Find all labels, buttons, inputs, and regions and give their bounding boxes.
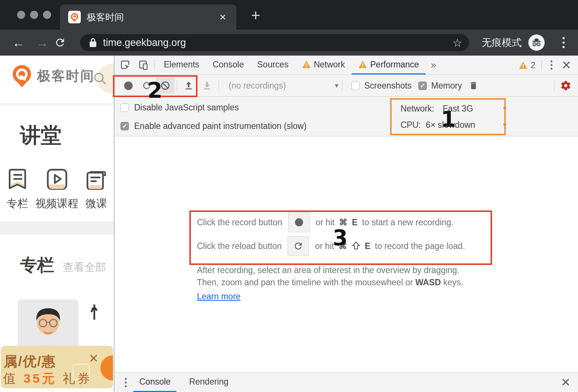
drawer-close-icon[interactable]: ✕ — [553, 375, 578, 389]
truncated-text: 忄 — [90, 302, 105, 323]
close-window-icon[interactable] — [17, 11, 25, 19]
chevron-down-icon: ▾ — [335, 82, 338, 90]
performance-landing: Click the record button or hit ⌘ E to st… — [114, 136, 578, 372]
learn-more-link[interactable]: Learn more — [197, 292, 241, 302]
reload-instruction-text: Click the reload button — [197, 241, 282, 251]
incognito-label: 无痕模式 — [482, 36, 522, 49]
chevron-down-icon: ▾ — [503, 121, 506, 129]
zoom-pan-text: Then, zoom and pan the timeline with the… — [197, 276, 496, 289]
logo-text: 极客时间 — [37, 67, 95, 85]
reload-icon[interactable] — [54, 37, 78, 49]
browser-menu-icon[interactable] — [557, 37, 570, 48]
paint-instrumentation-checkbox[interactable]: ✓ — [120, 122, 129, 130]
tab-close-icon[interactable]: × — [217, 11, 228, 23]
bookmark-icon — [6, 167, 29, 191]
disable-js-checkbox[interactable] — [120, 103, 129, 112]
instruction-text: Then, zoom and pan the timeline with the… — [197, 278, 413, 287]
nav-label[interactable]: 视频课程 — [36, 196, 79, 211]
load-profile-button[interactable] — [179, 77, 198, 94]
forward-icon[interactable]: → — [30, 36, 54, 50]
cmd-key-icon: ⌘ — [339, 241, 347, 251]
performance-toolbar: (no recordings) ▾ Screenshots ✓ Memory — [114, 75, 578, 97]
nav-label[interactable]: 微课 — [86, 196, 107, 211]
search-icon[interactable] — [93, 71, 107, 86]
reload-and-record-button[interactable] — [137, 77, 156, 94]
drawer-menu-icon[interactable] — [118, 378, 133, 387]
tab-label: Network — [314, 60, 345, 70]
view-all-link[interactable]: 查看全部 — [63, 260, 106, 275]
promo-amount: 35元 — [23, 371, 57, 385]
cpu-value: 6× slowdown — [426, 120, 475, 130]
tab-network[interactable]: Network — [295, 56, 352, 74]
divider — [541, 60, 542, 70]
author-photo[interactable] — [18, 299, 79, 353]
geekbang-logo[interactable]: 极客时间 — [10, 64, 95, 88]
nav-item-micro[interactable]: 微课 — [85, 167, 108, 211]
garbage-collect-icon[interactable] — [464, 77, 483, 94]
shift-key-icon — [352, 241, 361, 251]
browser-tab[interactable]: 极客时间 × — [60, 4, 236, 30]
screenshots-checkbox[interactable] — [351, 82, 360, 90]
more-tabs-icon[interactable]: » — [426, 59, 441, 71]
site-favicon-icon — [68, 11, 81, 23]
recordings-placeholder: (no recordings) — [229, 81, 286, 91]
record-button[interactable] — [119, 77, 137, 94]
promo-close-icon[interactable]: × — [89, 349, 98, 367]
clear-button[interactable] — [156, 77, 175, 94]
inspect-element-icon[interactable] — [117, 56, 134, 74]
browser-window: 极客时间 × + ← → time.geekbang.org ☆ 无痕模式 — [0, 0, 578, 392]
memory-label: Memory — [431, 81, 462, 91]
e-key: E — [365, 241, 371, 251]
nav-label[interactable]: 专栏 — [7, 196, 28, 211]
nav-item-column[interactable]: 专栏 — [6, 167, 29, 211]
divider — [342, 80, 342, 91]
window-controls[interactable] — [17, 11, 51, 19]
wasd-keys: WASD — [415, 278, 441, 287]
screenshots-toggle[interactable]: Screenshots — [351, 81, 412, 91]
device-toolbar-icon[interactable] — [134, 56, 152, 74]
throttling-controls: Network: Fast 3G ▾ CPU: 6× slowdown ▾ — [401, 100, 506, 133]
instruction-text: to record the page load. — [375, 241, 465, 251]
address-bar[interactable]: time.geekbang.org ☆ — [80, 34, 469, 51]
save-profile-button[interactable] — [198, 77, 216, 94]
divider — [554, 80, 554, 91]
header-divider — [0, 103, 114, 105]
screenshots-label: Screenshots — [364, 81, 412, 91]
devtools-menu-icon[interactable] — [544, 60, 559, 70]
minimize-window-icon[interactable] — [30, 11, 38, 19]
promo-banner[interactable]: 属/优/惠 值 35元 礼券 × — [1, 346, 113, 388]
tab-label: Elements — [164, 60, 199, 70]
drawer-tab-label: Rendering — [189, 377, 228, 387]
tab-console[interactable]: Console — [206, 56, 250, 74]
nav-item-video[interactable]: 视频课程 — [36, 167, 79, 211]
memory-toggle[interactable]: ✓ Memory — [418, 81, 462, 91]
promo-line2-suffix: 礼券 — [63, 371, 92, 385]
tab-performance[interactable]: Performance — [352, 56, 426, 74]
back-icon[interactable]: ← — [7, 36, 30, 50]
drawer-tab-console[interactable]: Console — [133, 373, 176, 392]
devtools-close-icon[interactable]: ✕ — [559, 58, 578, 72]
bookmark-star-icon[interactable]: ☆ — [452, 36, 462, 49]
devtools-panel: Elements Console Sources Network Perform… — [114, 56, 578, 392]
record-button-illustration — [288, 212, 310, 232]
memory-checkbox[interactable]: ✓ — [418, 82, 427, 90]
capture-settings-gear-icon[interactable] — [557, 77, 575, 94]
cmd-key-icon: ⌘ — [339, 217, 348, 227]
instruction-text: or hit — [315, 241, 334, 251]
category-nav: 专栏 视频课程 微课 — [0, 167, 114, 211]
issues-badge[interactable]: 2 — [515, 60, 539, 70]
drawer-tab-rendering[interactable]: Rendering — [183, 373, 234, 392]
new-tab-button[interactable]: + — [245, 7, 266, 24]
network-value: Fast 3G — [443, 104, 473, 114]
network-throttle-select[interactable]: Network: Fast 3G ▾ — [401, 100, 506, 117]
tab-elements[interactable]: Elements — [157, 56, 206, 74]
zoom-window-icon[interactable] — [43, 11, 51, 19]
recordings-select[interactable]: (no recordings) ▾ — [223, 81, 338, 91]
divider — [155, 60, 155, 70]
promo-line1: 属/优/惠 — [4, 352, 56, 371]
url-text[interactable]: time.geekbang.org — [103, 37, 452, 49]
tab-sources[interactable]: Sources — [250, 56, 295, 74]
cpu-throttle-select[interactable]: CPU: 6× slowdown ▾ — [401, 117, 506, 133]
webpage-panel: 极客时间 讲堂 专栏 视频课程 — [0, 56, 114, 392]
cpu-label: CPU: — [401, 120, 426, 130]
